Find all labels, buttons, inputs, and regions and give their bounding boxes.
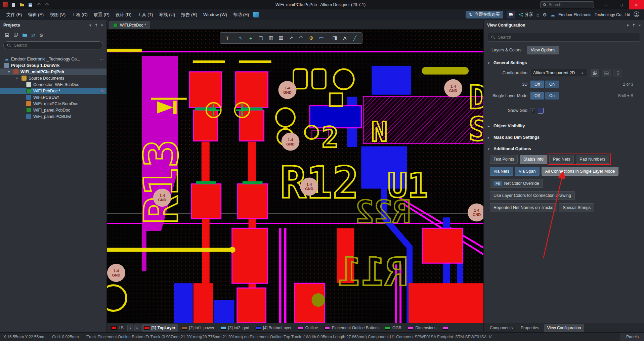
- layer-tab-placement-outline-bottom[interactable]: Placement Outline Bottom: [322, 324, 381, 332]
- menu-window[interactable]: Window (W): [200, 10, 230, 19]
- pin-tool-icon[interactable]: ⊕: [307, 34, 316, 42]
- pad-nets-button[interactable]: Pad Nets: [549, 155, 574, 164]
- view-config-search-input[interactable]: [498, 35, 626, 40]
- show-grid-checkbox[interactable]: ✓: [530, 108, 535, 113]
- close-button[interactable]: ×: [629, 0, 644, 9]
- panels-button[interactable]: Panels: [620, 333, 644, 341]
- whats-new-icon[interactable]: [253, 12, 259, 17]
- section-additional-options[interactable]: ▾ Additional Options: [484, 142, 644, 153]
- pcb-canvas[interactable]: R13 R12 U1 2 N D S R22 R11 1-4GND 1-4GND…: [107, 30, 483, 323]
- menu-edit[interactable]: 编辑 (E): [25, 10, 47, 19]
- 3d-off-button[interactable]: Off: [530, 80, 544, 88]
- user-avatar-icon[interactable]: [634, 11, 639, 18]
- collapse-caret-icon[interactable]: ▾: [8, 70, 11, 74]
- selection-box-tool-icon[interactable]: ▢: [256, 34, 265, 42]
- menu-help[interactable]: 帮助 (H): [230, 10, 252, 19]
- view-config-search[interactable]: [488, 33, 640, 42]
- net-tool-icon[interactable]: ∿: [236, 34, 245, 42]
- duplicate-configuration-button[interactable]: [591, 69, 599, 77]
- tree-item-project-group[interactable]: Project Group 1.DsnWrk: [0, 62, 106, 69]
- section-mask-dim-settings[interactable]: ▸ Mask and Dim Settings: [484, 130, 644, 142]
- 3d-on-button[interactable]: On: [545, 80, 559, 88]
- layer-scroll-left-button[interactable]: ◂: [127, 325, 133, 331]
- layer-tab-ls[interactable]: LS: [109, 324, 126, 332]
- layer-tab-bottomlayer[interactable]: [4] BottomLayer: [253, 324, 294, 332]
- image-tool-icon[interactable]: ▭: [317, 34, 326, 42]
- redo-icon[interactable]: ↷: [44, 2, 50, 8]
- layer-tab-int1-power[interactable]: [2] int1_power: [179, 324, 217, 332]
- new-document-icon[interactable]: [10, 2, 16, 8]
- pad-numbers-button[interactable]: Pad Numbers: [576, 155, 609, 164]
- share-button[interactable]: 分享: [519, 12, 533, 17]
- text-tool-icon[interactable]: T: [223, 34, 232, 42]
- grid-color-swatch[interactable]: [538, 108, 544, 114]
- layer-tab-toplayer[interactable]: [1] TopLayer: [141, 324, 178, 332]
- maximize-button[interactable]: □: [614, 0, 629, 9]
- panel-close-icon[interactable]: ×: [101, 23, 103, 27]
- components-panel-button[interactable]: Components: [486, 324, 516, 332]
- menu-design[interactable]: 设计 (D): [113, 10, 135, 19]
- via-nets-button[interactable]: Via Nets: [490, 167, 513, 176]
- sync-icon[interactable]: ⇄: [31, 33, 35, 38]
- tree-item-project[interactable]: ▾ WiFi_miniPCIe.PrjPcb: [0, 69, 106, 75]
- pin-icon[interactable]: [94, 23, 98, 28]
- net-color-override-button[interactable]: F5 Net Color Override: [490, 179, 543, 188]
- projects-search-input[interactable]: [14, 43, 88, 48]
- menu-route[interactable]: 布线 (U): [156, 10, 178, 19]
- all-connections-button[interactable]: All Connections in Single Layer Mode: [542, 167, 619, 176]
- tab-view-options[interactable]: View Options: [527, 46, 559, 54]
- save-icon[interactable]: [27, 2, 33, 8]
- layer-tab-int2-gnd[interactable]: [3] int2_gnd: [218, 324, 252, 332]
- layer-tab-overflow[interactable]: [440, 325, 453, 331]
- tree-item-pcbdwf[interactable]: WiFi.PCBDwf: [0, 94, 106, 100]
- section-general-settings[interactable]: ▾ General Settings: [484, 56, 644, 67]
- tree-item-source-documents[interactable]: ▾ Source Documents: [0, 75, 106, 81]
- pin-icon[interactable]: [632, 23, 636, 28]
- undo-icon[interactable]: ↶: [36, 2, 42, 8]
- crosshair-tool-icon[interactable]: +: [246, 34, 255, 42]
- view-configuration-panel-button[interactable]: View Configuration: [544, 324, 585, 332]
- chat-button[interactable]: [507, 11, 515, 18]
- menu-file[interactable]: 文件 (F): [3, 10, 25, 19]
- open-project-icon[interactable]: [22, 33, 27, 38]
- layer-tab-dimensions[interactable]: Dimensions: [405, 324, 439, 332]
- buy-online-button[interactable]: ↻ 立即在线购买: [466, 11, 503, 18]
- menu-tools[interactable]: 工具 (T): [134, 10, 156, 19]
- tree-item-panel-pcbdoc[interactable]: WiFi_panel.PcbDoc: [0, 107, 106, 113]
- settings-gear-icon[interactable]: ⚙: [543, 12, 547, 17]
- arc-tool-icon[interactable]: ◠: [297, 34, 306, 42]
- compile-icon[interactable]: [13, 33, 18, 38]
- grid-tool-icon[interactable]: ▦: [276, 34, 286, 42]
- string-tool-icon[interactable]: A: [340, 34, 349, 42]
- tab-wifi-pcbdoc[interactable]: WiFi.PcbDoc *: [109, 21, 150, 29]
- tree-item-workspace[interactable]: ☁ Emdoor Electronic _Technology Co... ⋯: [0, 56, 106, 62]
- home-icon[interactable]: ⌂: [536, 12, 539, 17]
- workspace-more-button[interactable]: ⋯: [100, 56, 104, 61]
- section-object-visibility[interactable]: ▸ Object Visibility: [484, 119, 644, 130]
- global-search[interactable]: [540, 1, 594, 8]
- histogram-tool-icon[interactable]: ▥: [266, 34, 275, 42]
- save-configuration-button[interactable]: [602, 69, 611, 77]
- tree-item-bomdoc[interactable]: WiFi_miniPCIe.BomDoc: [0, 100, 106, 107]
- global-search-input[interactable]: [549, 2, 586, 7]
- tree-item-panel-pcbdwf[interactable]: WiFi_panel.PCBDwf: [0, 113, 106, 120]
- panel-dropdown-icon[interactable]: ▾: [627, 23, 629, 28]
- use-layer-colors-button[interactable]: Use Layer Colors for Connection Drawing: [490, 191, 575, 200]
- measure-tool-icon[interactable]: ↗: [287, 34, 296, 42]
- projects-settings-icon[interactable]: ⚙: [39, 33, 44, 38]
- configuration-dropdown[interactable]: Altium Transparent 2D ▾: [530, 69, 588, 77]
- test-points-button[interactable]: Test Points: [490, 155, 518, 164]
- minimize-button[interactable]: –: [599, 0, 614, 9]
- panel-close-icon[interactable]: ×: [639, 23, 641, 27]
- menu-view[interactable]: 视图 (V): [47, 10, 69, 19]
- tree-item-schdoc[interactable]: Connector_WiFi.SchDoc: [0, 81, 106, 88]
- layer-tab-outline[interactable]: Outline: [295, 324, 321, 332]
- projects-search[interactable]: [3, 41, 103, 49]
- layer-scroll-right-button[interactable]: ▸: [134, 325, 140, 331]
- line-tool-icon[interactable]: ╱: [350, 34, 359, 42]
- single-layer-off-button[interactable]: Off: [530, 92, 544, 100]
- panel-dropdown-icon[interactable]: ▾: [89, 23, 91, 28]
- repeated-net-names-button[interactable]: Repeated Net Names on Tracks: [490, 203, 557, 212]
- save-project-icon[interactable]: [5, 33, 9, 38]
- panel-tool-icon[interactable]: ◨: [330, 34, 339, 42]
